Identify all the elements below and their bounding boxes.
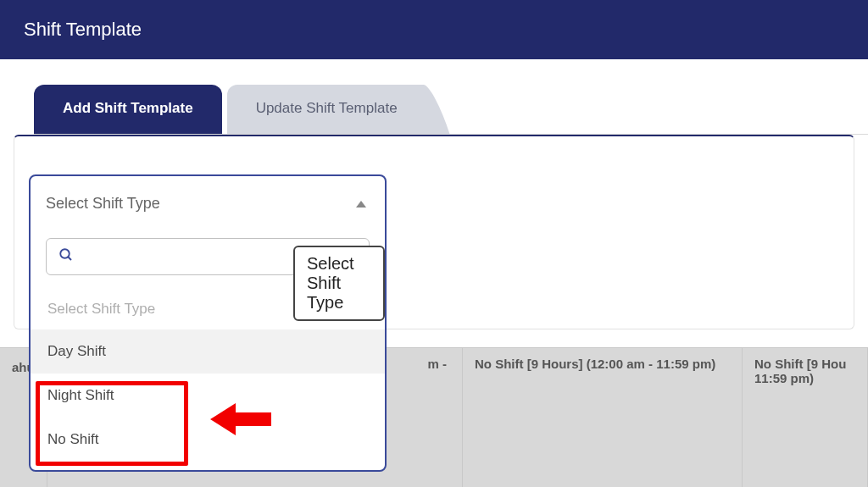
option-no-shift[interactable]: No Shift bbox=[31, 418, 385, 462]
option-day-shift[interactable]: Day Shift bbox=[31, 329, 385, 374]
caret-up-icon bbox=[356, 201, 366, 208]
shift-type-dropdown[interactable]: Select Shift Type Select Shift Type Sele… bbox=[29, 174, 387, 472]
option-night-shift[interactable]: Night Shift bbox=[31, 374, 385, 418]
cell-full-text: No Shift [9 Hours] (12:00 am - 11:59 pm) bbox=[475, 357, 715, 371]
dropdown-toggle[interactable]: Select Shift Type bbox=[31, 176, 385, 231]
svg-marker-2 bbox=[210, 403, 271, 435]
cell-truncated-a: No Shift [9 Hou bbox=[754, 357, 846, 371]
calendar-cell[interactable]: No Shift [9 Hours] (12:00 am - 11:59 pm) bbox=[463, 348, 743, 487]
dropdown-tooltip: Select Shift Type bbox=[293, 246, 385, 321]
tab-update-shift-template[interactable]: Update Shift Template bbox=[227, 85, 426, 134]
svg-point-0 bbox=[60, 249, 70, 258]
page-header: Shift Template bbox=[0, 0, 868, 59]
tabs-bar: Add Shift Template Update Shift Template bbox=[34, 85, 868, 135]
calendar-cell[interactable]: No Shift [9 Hou 11:59 pm) bbox=[743, 348, 868, 487]
cell-truncated-b: 11:59 pm) bbox=[754, 371, 814, 385]
svg-line-1 bbox=[68, 257, 71, 260]
option-label: Night Shift bbox=[47, 387, 114, 403]
annotation-arrow-icon bbox=[210, 401, 271, 440]
page-title: Shift Template bbox=[24, 19, 142, 40]
option-label: No Shift bbox=[47, 431, 98, 447]
tab-add-shift-template[interactable]: Add Shift Template bbox=[34, 85, 222, 134]
option-label: Day Shift bbox=[47, 343, 106, 359]
dropdown-label: Select Shift Type bbox=[46, 195, 160, 213]
tooltip-text: Select Shift Type bbox=[307, 254, 354, 312]
tab-label: Update Shift Template bbox=[256, 100, 398, 116]
cell-partial-text: m - bbox=[428, 357, 448, 371]
tab-label: Add Shift Template bbox=[63, 100, 193, 116]
search-icon bbox=[58, 247, 74, 266]
